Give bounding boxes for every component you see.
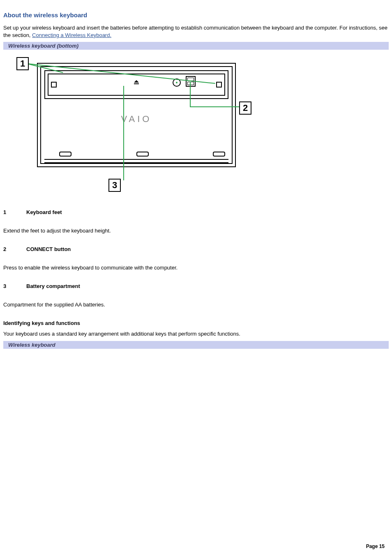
leader-line xyxy=(190,82,191,107)
callout-2: 2 xyxy=(239,101,251,115)
item-title: CONNECT button xyxy=(26,246,71,252)
eject-icon xyxy=(133,83,140,87)
keyboard-bottom-edge xyxy=(44,159,228,163)
item-title: Battery compartment xyxy=(26,283,80,289)
item-description: Compartment for the supplied AA batterie… xyxy=(3,302,389,308)
item-row-1: 1 Keyboard feet xyxy=(3,209,389,215)
intro-paragraph: Set up your wireless keyboard and insert… xyxy=(3,24,389,39)
page-number: Page 15 xyxy=(366,543,385,549)
leader-line xyxy=(123,86,124,180)
keyboard-top-panel-inner xyxy=(48,74,225,96)
item-title: Keyboard feet xyxy=(26,209,62,215)
battery-slot xyxy=(59,152,71,157)
item-number: 2 xyxy=(3,246,26,252)
callout-3: 3 xyxy=(108,179,121,192)
item-description: Extend the feet to adjust the keyboard h… xyxy=(3,228,389,234)
item-description: Press to enable the wireless keyboard to… xyxy=(3,265,389,271)
figure-caption-keyboard: Wireless keyboard xyxy=(3,341,389,349)
connecting-keyboard-link[interactable]: Connecting a Wireless Keyboard. xyxy=(32,32,111,38)
battery-slot xyxy=(213,152,225,157)
leader-line xyxy=(190,106,239,107)
keyboard-foot-left xyxy=(51,82,57,88)
keyboard-foot-right xyxy=(216,82,222,88)
callout-1: 1 xyxy=(16,57,29,70)
item-row-2: 2 CONNECT button xyxy=(3,246,389,252)
section-text-keys: Your keyboard uses a standard key arrang… xyxy=(3,330,389,338)
item-number: 3 xyxy=(3,283,26,289)
figure-caption-bottom: Wireless keyboard (bottom) xyxy=(3,42,389,50)
keyboard-bottom-diagram: 1 2 3 VAIO xyxy=(16,57,271,197)
page-title: About the wireless keyboard xyxy=(3,12,389,18)
item-row-3: 3 Battery compartment xyxy=(3,283,389,289)
battery-slot xyxy=(136,152,149,157)
keyboard-outline: VAIO xyxy=(37,63,236,167)
vaio-logo: VAIO xyxy=(38,114,235,124)
item-number: 1 xyxy=(3,209,26,215)
section-heading-keys: Identifying keys and functions xyxy=(3,320,389,326)
